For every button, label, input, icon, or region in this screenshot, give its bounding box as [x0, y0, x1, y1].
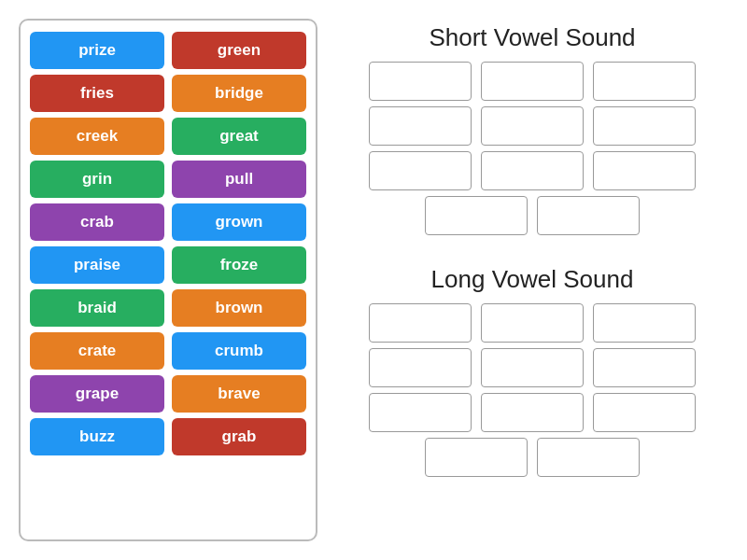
short-cell[interactable] — [593, 151, 696, 190]
long-cell[interactable] — [593, 348, 696, 387]
word-btn-great[interactable]: great — [172, 118, 306, 155]
short-row-4 — [336, 196, 728, 235]
short-vowel-title: Short Vowel Sound — [336, 23, 728, 52]
long-row-3 — [336, 393, 728, 432]
long-row-2 — [336, 348, 728, 387]
word-btn-grape[interactable]: grape — [30, 375, 164, 413]
word-btn-pull[interactable]: pull — [172, 161, 306, 198]
long-row-1 — [336, 303, 728, 343]
short-cell[interactable] — [369, 151, 472, 190]
long-cell[interactable] — [537, 438, 640, 477]
word-row-1: friesbridge — [30, 75, 306, 112]
long-row-4 — [336, 438, 728, 477]
long-cell[interactable] — [593, 393, 696, 432]
short-cell[interactable] — [481, 151, 584, 190]
word-btn-grin[interactable]: grin — [30, 161, 164, 198]
word-btn-braid[interactable]: braid — [30, 289, 164, 327]
short-cell[interactable] — [425, 196, 528, 235]
word-list-panel: prizegreenfriesbridgecreekgreatgrinpullc… — [19, 19, 317, 541]
long-cell[interactable] — [481, 303, 584, 343]
sorting-panel: Short Vowel Sound Long Vowel Sound — [336, 19, 728, 541]
word-row-2: creekgreat — [30, 118, 306, 155]
word-btn-grab[interactable]: grab — [172, 418, 306, 455]
word-row-8: grapebrave — [30, 375, 306, 413]
short-cell[interactable] — [481, 62, 584, 101]
long-vowel-title: Long Vowel Sound — [336, 265, 728, 294]
word-btn-froze[interactable]: froze — [172, 246, 306, 284]
word-btn-bridge[interactable]: bridge — [172, 75, 306, 112]
long-cell[interactable] — [369, 303, 472, 343]
short-vowel-grid — [336, 62, 728, 235]
short-row-3 — [336, 151, 728, 190]
long-cell[interactable] — [481, 393, 584, 432]
short-cell[interactable] — [593, 62, 696, 101]
word-btn-green[interactable]: green — [172, 32, 306, 69]
word-btn-brave[interactable]: brave — [172, 375, 306, 413]
short-cell[interactable] — [369, 62, 472, 101]
long-vowel-grid — [336, 303, 728, 477]
long-cell[interactable] — [369, 348, 472, 387]
word-btn-creek[interactable]: creek — [30, 118, 164, 155]
long-cell[interactable] — [425, 438, 528, 477]
word-btn-prize[interactable]: prize — [30, 32, 164, 69]
short-cell[interactable] — [481, 106, 584, 146]
word-btn-grown[interactable]: grown — [172, 203, 306, 241]
word-row-5: praisefroze — [30, 246, 306, 284]
word-btn-buzz[interactable]: buzz — [30, 418, 164, 455]
word-btn-crab[interactable]: crab — [30, 203, 164, 241]
word-row-7: cratecrumb — [30, 332, 306, 370]
short-cell[interactable] — [537, 196, 640, 235]
short-cell[interactable] — [369, 106, 472, 146]
word-row-4: crabgrown — [30, 203, 306, 241]
long-cell[interactable] — [593, 303, 696, 343]
short-row-1 — [336, 62, 728, 101]
long-cell[interactable] — [369, 393, 472, 432]
word-btn-crumb[interactable]: crumb — [172, 332, 306, 370]
word-btn-praise[interactable]: praise — [30, 246, 164, 284]
word-btn-crate[interactable]: crate — [30, 332, 164, 370]
word-row-6: braidbrown — [30, 289, 306, 327]
long-cell[interactable] — [481, 348, 584, 387]
word-btn-fries[interactable]: fries — [30, 75, 164, 112]
word-btn-brown[interactable]: brown — [172, 289, 306, 327]
short-row-2 — [336, 106, 728, 146]
word-row-0: prizegreen — [30, 32, 306, 69]
word-row-9: buzzgrab — [30, 418, 306, 455]
short-cell[interactable] — [593, 106, 696, 146]
word-row-3: grinpull — [30, 161, 306, 198]
